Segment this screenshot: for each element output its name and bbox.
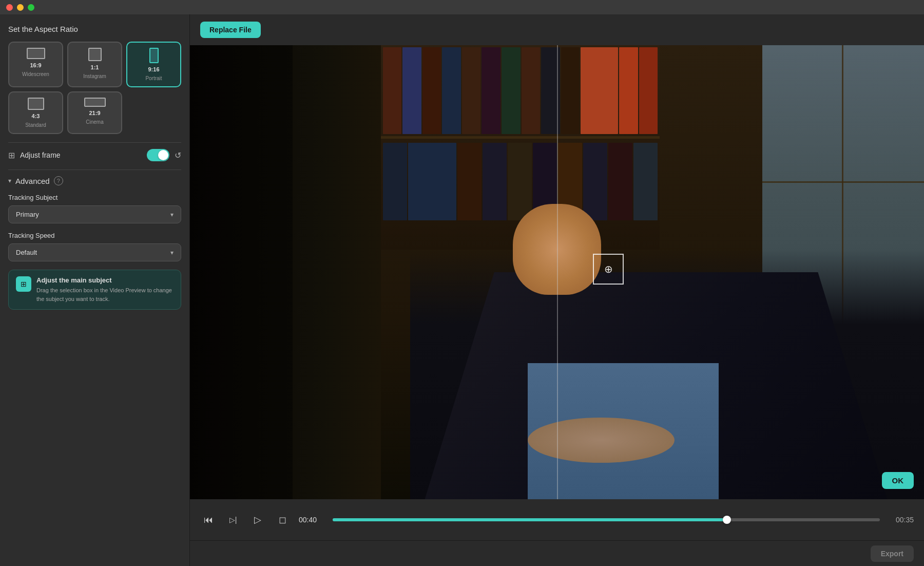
- adjust-frame-toggle[interactable]: [147, 149, 169, 161]
- bottom-bar: Export: [190, 540, 924, 566]
- video-books-2: [381, 141, 660, 222]
- tracking-speed-dropdown[interactable]: Default ▾: [8, 243, 181, 261]
- tip-box: ⊞ Adjust the main subject Drag the selec…: [8, 270, 181, 310]
- tracking-box[interactable]: ⊕: [593, 254, 624, 285]
- video-frame: ⊕ OK: [190, 45, 924, 499]
- aspect-card-9-16[interactable]: 9:16 Portrait: [126, 42, 181, 87]
- aspect-card-4-3[interactable]: 4:3 Standard: [8, 91, 63, 134]
- dropdown-arrow-tracking-subject: ▾: [170, 211, 174, 218]
- ratio-icon-16-9: [27, 48, 45, 59]
- progress-fill: [333, 518, 727, 521]
- video-books: [381, 45, 660, 136]
- tip-title: Adjust the main subject: [36, 276, 174, 284]
- ratio-icon-9-16: [149, 48, 159, 63]
- tracking-crosshair-icon: ⊕: [604, 263, 613, 275]
- aspect-sublabel-16-9: Widescreen: [22, 71, 49, 77]
- left-panel: Set the Aspect Ratio 16:9 Widescreen 1:1…: [0, 14, 190, 566]
- main-layout: Set the Aspect Ratio 16:9 Widescreen 1:1…: [0, 14, 924, 566]
- aspect-sublabel-4-3: Standard: [25, 122, 46, 128]
- tracking-speed-value: Default: [16, 249, 37, 256]
- close-button[interactable]: [6, 4, 13, 11]
- person-hands: [528, 418, 675, 463]
- aspect-card-16-9[interactable]: 16:9 Widescreen: [8, 42, 63, 87]
- tip-desc: Drag the selection box in the Video Prev…: [36, 286, 174, 303]
- rewind-button[interactable]: ⏮: [200, 512, 217, 528]
- play-button[interactable]: ▷: [249, 512, 266, 528]
- aspect-card-21-9[interactable]: 21:9 Cinema: [67, 91, 122, 134]
- advanced-header[interactable]: ▾ Advanced ?: [8, 176, 181, 185]
- ratio-icon-1-1: [88, 48, 102, 61]
- adjust-frame-icon: ⊞: [8, 150, 15, 160]
- window-divider-h: [762, 181, 924, 183]
- tracking-speed-label: Tracking Speed: [8, 232, 181, 239]
- help-icon[interactable]: ?: [54, 176, 63, 185]
- aspect-ratio-grid-row1: 16:9 Widescreen 1:1 Instagram 9:16 Portr…: [8, 42, 181, 87]
- aspect-ratio-title: Set the Aspect Ratio: [8, 25, 181, 33]
- chevron-down-icon: ▾: [8, 177, 11, 184]
- dark-overlay-left: [190, 45, 293, 499]
- tracking-subject-label: Tracking Subject: [8, 194, 181, 201]
- toggle-knob: [158, 150, 168, 160]
- video-scene: ⊕: [190, 45, 924, 499]
- progress-bar[interactable]: [333, 518, 880, 521]
- ok-button[interactable]: OK: [882, 472, 914, 489]
- video-area: ⊕ OK: [190, 45, 924, 499]
- aspect-ratio-label-1-1: 1:1: [91, 64, 99, 70]
- dropdown-arrow-tracking-speed: ▾: [170, 249, 174, 256]
- right-panel: Replace File: [190, 14, 924, 566]
- adjust-frame-label: Adjust frame: [20, 151, 142, 159]
- guide-line: [557, 45, 558, 499]
- aspect-sublabel-9-16: Portrait: [145, 76, 162, 81]
- end-time: 00:35: [888, 516, 914, 524]
- tip-content: Adjust the main subject Drag the selecti…: [36, 276, 174, 303]
- aspect-card-1-1[interactable]: 1:1 Instagram: [67, 42, 122, 87]
- tip-icon: ⊞: [16, 276, 31, 292]
- divider-2: [8, 169, 181, 170]
- top-bar: Replace File: [190, 14, 924, 45]
- aspect-ratio-grid-row2: 4:3 Standard 21:9 Cinema: [8, 91, 181, 134]
- export-button[interactable]: Export: [871, 545, 914, 562]
- divider-1: [8, 142, 181, 143]
- maximize-button[interactable]: [28, 4, 34, 11]
- tracking-subject-dropdown[interactable]: Primary ▾: [8, 205, 181, 223]
- aspect-sublabel-1-1: Instagram: [83, 73, 106, 79]
- replace-file-button[interactable]: Replace File: [200, 22, 261, 38]
- reset-icon[interactable]: ↺: [175, 150, 181, 160]
- title-bar: [0, 0, 924, 14]
- aspect-sublabel-21-9: Cinema: [86, 119, 103, 125]
- advanced-title: Advanced: [15, 177, 50, 185]
- adjust-frame-row: ⊞ Adjust frame ↺: [8, 149, 181, 161]
- controls-bar: ⏮ ▷| ▷ ◻ 00:40 00:35: [190, 499, 924, 540]
- minimize-button[interactable]: [17, 4, 24, 11]
- step-forward-button[interactable]: ▷|: [225, 512, 241, 528]
- progress-thumb[interactable]: [723, 516, 731, 524]
- ratio-icon-4-3: [28, 98, 44, 110]
- tracking-subject-value: Primary: [16, 211, 39, 218]
- aspect-ratio-label-21-9: 21:9: [89, 110, 100, 116]
- aspect-ratio-label-16-9: 16:9: [30, 62, 41, 68]
- stop-button[interactable]: ◻: [274, 512, 291, 528]
- aspect-ratio-label-9-16: 9:16: [148, 66, 159, 72]
- current-time: 00:40: [299, 516, 324, 524]
- ratio-icon-21-9: [84, 98, 106, 107]
- aspect-ratio-label-4-3: 4:3: [32, 113, 40, 119]
- shelf-1: [381, 136, 660, 139]
